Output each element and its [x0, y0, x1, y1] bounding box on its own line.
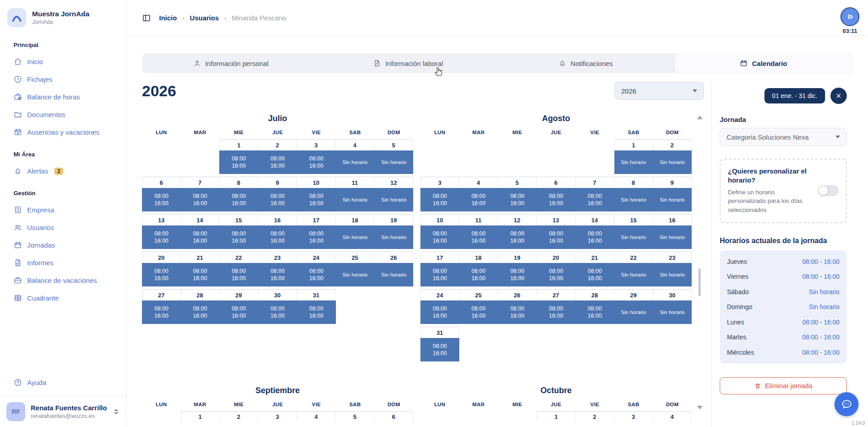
schedule-cell-none[interactable]: Sin horario: [653, 150, 692, 174]
sidebar-item-alertas[interactable]: Alertas2: [14, 162, 126, 180]
day-number-cell[interactable]: 4: [297, 411, 336, 422]
day-number-cell[interactable]: 10: [297, 177, 336, 188]
sidebar-item-fichajes[interactable]: Fichajes: [14, 70, 126, 88]
schedule-cell-none[interactable]: Sin horario: [374, 188, 413, 211]
user-menu[interactable]: RF Renata Fuentes Carrillo renatafuentes…: [0, 396, 126, 427]
schedule-cell-work[interactable]: 08:0016:00: [297, 300, 336, 324]
schedule-cell-none[interactable]: Sin horario: [336, 150, 375, 174]
schedule-cell-work[interactable]: 08:0016:00: [459, 225, 498, 249]
day-number-cell[interactable]: 17: [420, 252, 459, 263]
schedule-cell-none[interactable]: Sin horario: [374, 150, 413, 174]
schedule-cell-work[interactable]: 08:0016:00: [219, 188, 258, 211]
day-number-cell[interactable]: 29: [219, 289, 258, 300]
day-number-cell[interactable]: 20: [537, 252, 576, 263]
scroll-up-arrow[interactable]: [697, 116, 703, 119]
play-pause-button[interactable]: [840, 7, 859, 26]
schedule-cell-work[interactable]: 08:0016:00: [498, 263, 537, 286]
schedule-cell-none[interactable]: Sin horario: [614, 150, 653, 174]
schedule-cell-work[interactable]: 08:0016:00: [576, 263, 614, 286]
day-number-cell[interactable]: 25: [459, 289, 498, 300]
delete-jornada-button[interactable]: Eliminar jornada: [720, 377, 847, 394]
day-number-cell[interactable]: 15: [614, 214, 653, 225]
day-number-cell[interactable]: 26: [498, 289, 537, 300]
sidebar-item-inicio[interactable]: Inicio: [14, 53, 126, 70]
schedule-cell-none[interactable]: Sin horario: [653, 188, 692, 211]
schedule-cell-none[interactable]: Sin horario: [336, 188, 375, 211]
day-number-cell[interactable]: 19: [374, 214, 413, 225]
schedule-cell-work[interactable]: 08:0016:00: [420, 263, 459, 286]
year-select[interactable]: 2026: [614, 82, 704, 100]
day-number-cell[interactable]: 7: [181, 177, 220, 188]
schedule-cell-none[interactable]: Sin horario: [336, 263, 375, 286]
day-number-cell[interactable]: 20: [142, 252, 181, 263]
day-number-cell[interactable]: 26: [374, 252, 413, 263]
day-number-cell[interactable]: 1: [219, 139, 258, 150]
schedule-cell-work[interactable]: 08:0016:00: [297, 225, 336, 249]
day-number-cell[interactable]: 8: [219, 177, 258, 188]
day-number-cell[interactable]: 11: [336, 177, 375, 188]
sidebar-item-balance-de-horas[interactable]: Balance de horas: [14, 88, 126, 106]
schedule-cell-none[interactable]: Sin horario: [374, 225, 413, 249]
day-number-cell[interactable]: 28: [576, 289, 614, 300]
day-number-cell[interactable]: 8: [614, 177, 653, 188]
day-number-cell[interactable]: 19: [498, 252, 537, 263]
day-number-cell[interactable]: 18: [459, 252, 498, 263]
day-number-cell[interactable]: 4: [653, 411, 692, 422]
schedule-cell-work[interactable]: 08:0016:00: [181, 188, 220, 211]
day-number-cell[interactable]: 24: [420, 289, 459, 300]
day-number-cell[interactable]: 3: [297, 139, 336, 150]
sidebar-item-jornadas[interactable]: Jornadas: [14, 236, 126, 254]
day-number-cell[interactable]: 17: [297, 214, 336, 225]
schedule-cell-none[interactable]: Sin horario: [336, 225, 375, 249]
schedule-cell-work[interactable]: 08:0016:00: [258, 225, 297, 249]
schedule-cell-work[interactable]: 08:0016:00: [219, 300, 258, 324]
schedule-cell-work[interactable]: 08:0016:00: [420, 225, 459, 249]
day-number-cell[interactable]: 21: [576, 252, 614, 263]
schedule-cell-work[interactable]: 08:0016:00: [181, 263, 220, 286]
schedule-cell-none[interactable]: Sin horario: [614, 300, 653, 324]
day-number-cell[interactable]: 31: [297, 289, 336, 300]
schedule-cell-work[interactable]: 08:0016:00: [297, 263, 336, 286]
day-number-cell[interactable]: 3: [420, 177, 459, 188]
day-number-cell[interactable]: 31: [420, 327, 459, 338]
day-number-cell[interactable]: 1: [614, 139, 653, 150]
schedule-cell-work[interactable]: 08:0016:00: [142, 300, 181, 324]
schedule-cell-work[interactable]: 08:0016:00: [537, 263, 576, 286]
sidebar-item-ayuda[interactable]: Ayuda: [0, 378, 126, 396]
schedule-cell-work[interactable]: 08:0016:00: [181, 225, 220, 249]
day-number-cell[interactable]: 2: [576, 411, 614, 422]
day-number-cell[interactable]: 28: [181, 289, 220, 300]
schedule-cell-work[interactable]: 08:0016:00: [142, 188, 181, 211]
day-number-cell[interactable]: 6: [142, 177, 181, 188]
day-number-cell[interactable]: 7: [576, 177, 614, 188]
schedule-cell-work[interactable]: 08:0016:00: [297, 150, 336, 174]
day-number-cell[interactable]: 13: [537, 214, 576, 225]
schedule-cell-work[interactable]: 08:0016:00: [459, 263, 498, 286]
schedule-cell-work[interactable]: 08:0016:00: [498, 188, 537, 211]
schedule-cell-none[interactable]: Sin horario: [653, 300, 692, 324]
schedule-cell-work[interactable]: 08:0016:00: [576, 188, 614, 211]
sidebar-toggle-icon[interactable]: [142, 14, 151, 23]
schedule-cell-work[interactable]: 08:0016:00: [142, 263, 181, 286]
day-number-cell[interactable]: 3: [614, 411, 653, 422]
sidebar-item-cuadrante[interactable]: Cuadrante: [14, 289, 126, 307]
day-number-cell[interactable]: 5: [374, 139, 413, 150]
day-number-cell[interactable]: 23: [653, 252, 692, 263]
schedule-cell-work[interactable]: 08:0016:00: [537, 300, 576, 324]
schedule-cell-work[interactable]: 08:0016:00: [576, 225, 614, 249]
day-number-cell[interactable]: 9: [258, 177, 297, 188]
day-number-cell[interactable]: 10: [420, 214, 459, 225]
day-number-cell[interactable]: 30: [258, 289, 297, 300]
schedule-cell-none[interactable]: Sin horario: [374, 263, 413, 286]
tab-informacion-laboral[interactable]: Información laboral: [320, 53, 497, 73]
schedule-cell-work[interactable]: 08:0016:00: [459, 188, 498, 211]
day-number-cell[interactable]: 4: [459, 177, 498, 188]
day-number-cell[interactable]: 2: [653, 139, 692, 150]
day-number-cell[interactable]: 12: [498, 214, 537, 225]
schedule-cell-none[interactable]: Sin horario: [614, 188, 653, 211]
schedule-cell-work[interactable]: 08:0016:00: [498, 225, 537, 249]
customize-toggle[interactable]: [818, 185, 839, 196]
day-number-cell[interactable]: 30: [653, 289, 692, 300]
day-number-cell[interactable]: 6: [374, 411, 413, 422]
schedule-cell-work[interactable]: 08:0016:00: [537, 188, 576, 211]
